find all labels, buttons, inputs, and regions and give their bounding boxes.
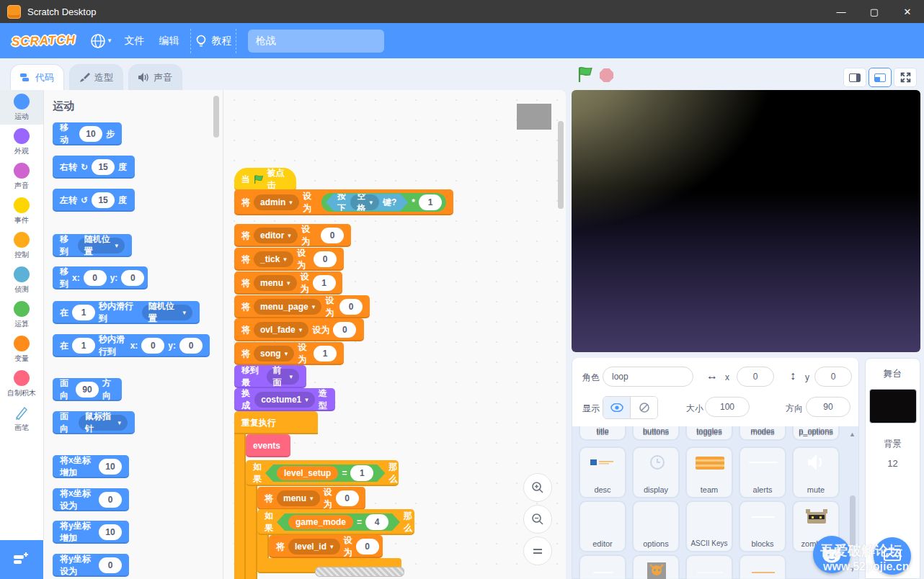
number-input[interactable]: 10 (79, 126, 102, 142)
project-name-input[interactable]: 枪战 (248, 30, 384, 53)
add-extension-button[interactable] (0, 540, 43, 579)
value-input[interactable]: 0 (321, 228, 344, 243)
category-operators[interactable]: 运算 (0, 297, 43, 332)
tab-code[interactable]: 代码 (10, 64, 64, 90)
sprite-label-p-options[interactable]: p_options (792, 426, 840, 435)
set-tick-block[interactable]: 将 _tick ▾ 设为 0 (234, 248, 344, 271)
tab-sounds[interactable]: 声音 (128, 64, 182, 90)
backdrop-thumbnail[interactable] (869, 389, 917, 423)
category-looks[interactable]: 外观 (0, 125, 43, 159)
sprite-list-scrollbar[interactable] (850, 495, 856, 546)
small-stage-layout-button[interactable] (843, 68, 866, 87)
value-input[interactable]: 0 (356, 539, 379, 555)
key-pressed-boolean[interactable]: 按下 空格 ▾ 键? (326, 194, 408, 211)
events-myblock[interactable]: events (246, 434, 290, 457)
horizontal-scrollbar-thumb[interactable] (315, 567, 404, 577)
y-input[interactable]: 0 (179, 338, 203, 354)
maximize-button[interactable]: ▢ (858, 0, 891, 23)
number-input[interactable]: 0 (99, 557, 122, 573)
set-song-block[interactable]: 将 song ▾ 设为 1 (234, 342, 344, 365)
category-motion[interactable]: 运动 (0, 90, 43, 125)
when-flag-clicked-hat[interactable]: 当 被点击 (234, 168, 296, 191)
palette-set-x-block[interactable]: 将x坐标设为 0 (53, 488, 129, 511)
sprite-tile-row4-3[interactable] (685, 555, 733, 579)
stage-viewport[interactable] (572, 90, 920, 352)
zoom-out-button[interactable] (523, 505, 552, 534)
glide-target-dropdown[interactable]: 随机位置 ▾ (142, 305, 192, 320)
number-input[interactable]: 10 (99, 459, 122, 475)
zoom-in-button[interactable] (523, 473, 552, 502)
variable-dropdown[interactable]: level_id ▾ (288, 539, 340, 555)
scroll-up-arrow[interactable]: ▲ (849, 431, 856, 438)
category-sound[interactable]: 声音 (0, 159, 43, 194)
switch-costume-block[interactable]: 换成 costume1 ▾ 造型 (234, 388, 335, 411)
sprite-tile-editor[interactable]: editor (579, 501, 626, 552)
set-ovl-fade-block[interactable]: 将 ovl_fade ▾ 设为 0 (234, 318, 364, 341)
set-editor-block[interactable]: 将 editor ▾ 设为 0 (234, 224, 351, 247)
variable-dropdown[interactable]: menu_page ▾ (254, 299, 321, 315)
category-myblocks[interactable]: 自制积木 (0, 367, 43, 401)
palette-change-x-block[interactable]: 将x坐标增加 10 (53, 455, 129, 478)
show-sprite-button[interactable] (603, 397, 631, 418)
sprite-tile-options[interactable]: options (632, 501, 680, 552)
palette-move-block[interactable]: 移动 10 步 (53, 122, 122, 145)
value-input[interactable]: 1 (314, 346, 337, 362)
set-menu-block[interactable]: 将 menu ▾ 设为 1 (234, 271, 342, 295)
language-menu[interactable]: ▾ (90, 33, 112, 49)
equals-boolean[interactable]: level_setup = 1 (265, 464, 385, 482)
minimize-button[interactable]: — (825, 0, 858, 23)
category-variables[interactable]: 变量 (0, 332, 43, 367)
variable-dropdown[interactable]: admin ▾ (254, 194, 299, 210)
value-input[interactable]: 1 (313, 275, 336, 291)
category-events[interactable]: 事件 (0, 194, 43, 228)
game-mode-variable[interactable]: game_mode (288, 515, 353, 529)
if1-c-spine[interactable] (246, 484, 257, 579)
sprite-tile-blocks[interactable]: blocks (739, 501, 786, 552)
category-sensing[interactable]: 侦测 (0, 263, 43, 297)
variable-dropdown[interactable]: _tick ▾ (254, 251, 293, 267)
set-level-id-block[interactable]: 将 level_id ▾ 设为 0 (269, 535, 383, 558)
zoom-reset-button[interactable] (523, 537, 552, 565)
menu-edit[interactable]: 编辑 (151, 30, 186, 52)
secs-input[interactable]: 1 (72, 305, 95, 320)
sprite-label-toggles[interactable]: toggles (685, 426, 733, 435)
variable-dropdown[interactable]: ovl_fade ▾ (254, 322, 308, 338)
sprite-tile-desc[interactable]: desc (579, 446, 626, 498)
sprite-label-modes[interactable]: modes (739, 426, 786, 435)
value-input[interactable]: 0 (333, 322, 356, 338)
layer-dropdown[interactable]: 前面 ▾ (267, 369, 299, 385)
palette-turn-right-block[interactable]: 右转 ↻ 15 度 (53, 156, 135, 179)
sprite-label-buttons[interactable]: buttons (632, 426, 680, 435)
sprite-tile-ascii-keys[interactable]: ASCII Keys (685, 501, 733, 552)
direction-input[interactable]: 90 (806, 397, 850, 417)
go-to-front-block[interactable]: 移到最 前面 ▾ (234, 365, 306, 388)
hide-sprite-button[interactable] (631, 397, 657, 418)
palette-point-block[interactable]: 面向 90 方向 (53, 378, 122, 401)
number-input[interactable]: 1 (419, 194, 442, 210)
close-button[interactable]: ✕ (891, 0, 924, 23)
sprite-tile-row4-2[interactable] (632, 555, 680, 579)
forever-c-spine[interactable] (234, 432, 246, 579)
sprite-label-title[interactable]: title (579, 426, 626, 435)
set-admin-block[interactable]: 将 admin ▾ 设为 按下 空格 ▾ 键? * 1 (234, 189, 453, 215)
key-dropdown[interactable]: 空格 ▾ (350, 194, 379, 210)
if-game-mode-block[interactable]: 如果 game_mode = 4 那么 (257, 509, 414, 535)
menu-file[interactable]: 文件 (117, 30, 151, 52)
palette-change-y-block[interactable]: 将y坐标增加 10 (53, 521, 129, 544)
fullscreen-button[interactable] (894, 68, 917, 87)
value-input[interactable]: 0 (339, 299, 363, 315)
number-input[interactable]: 0 (99, 492, 122, 508)
number-input[interactable]: 15 (92, 159, 115, 175)
direction-input[interactable]: 90 (76, 382, 99, 398)
y-input[interactable]: 0 (121, 270, 144, 286)
forever-block[interactable]: 重复执行 (234, 411, 318, 434)
costume-dropdown[interactable]: costume1 ▾ (254, 392, 315, 408)
stop-button[interactable] (600, 68, 613, 82)
value-input[interactable]: 0 (314, 251, 337, 267)
y-position-input[interactable]: 0 (814, 367, 852, 387)
palette-glide-xy-block[interactable]: 在 1 秒内滑行到 x: 0 y: 0 (53, 334, 210, 357)
goto-target-dropdown[interactable]: 随机位置 ▾ (78, 238, 125, 253)
palette-point-towards-block[interactable]: 面向 鼠标指针 ▾ (53, 411, 135, 434)
x-input[interactable]: 0 (141, 338, 164, 354)
if2-c-spine[interactable] (257, 532, 269, 561)
